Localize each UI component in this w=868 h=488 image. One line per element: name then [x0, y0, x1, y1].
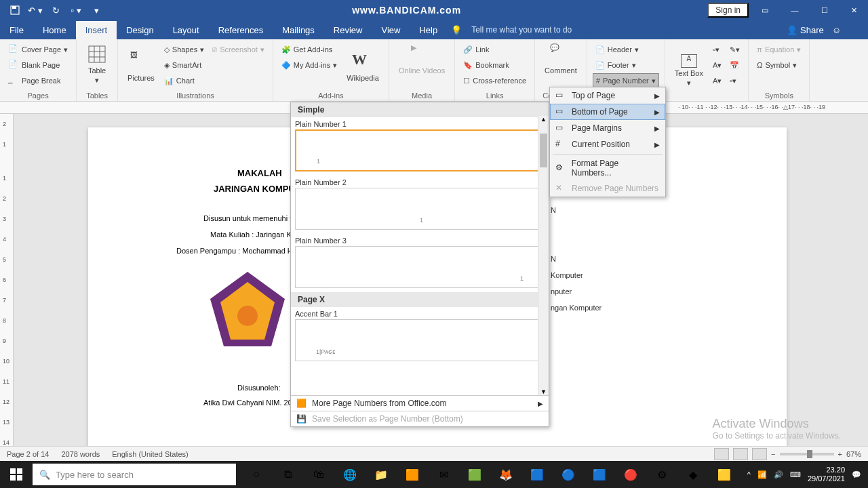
symbol-button[interactable]: ΩSymbol ▾ [754, 58, 804, 73]
tab-insert[interactable]: Insert [76, 21, 117, 39]
powerpoint-icon[interactable]: 🟧 [397, 461, 427, 488]
tray-network-icon[interactable]: 📶 [757, 470, 767, 479]
explorer-icon[interactable]: 📁 [366, 461, 396, 488]
online-videos-button[interactable]: ▶Online Videos [395, 42, 449, 76]
app-icon[interactable]: ◆ [678, 461, 708, 488]
page-number-button[interactable]: #Page Number ▾ [593, 73, 659, 88]
taskbar-search[interactable]: 🔍Type here to search [33, 464, 236, 485]
redo-icon[interactable]: ↻ [46, 1, 65, 19]
tab-design[interactable]: Design [117, 21, 163, 39]
gallery-more-online[interactable]: 🟧More Page Numbers from Office.com▶ [291, 395, 549, 411]
cover-page-button[interactable]: 📄Cover Page ▾ [5, 42, 71, 57]
dropcap-button[interactable]: A▾ [710, 73, 724, 88]
my-addins-button[interactable]: 🔷My Add-ins ▾ [279, 58, 340, 73]
text-box-button[interactable]: AText Box ▾ [671, 42, 707, 100]
gallery-scrollbar[interactable]: ▲▼ [538, 116, 549, 395]
tab-view[interactable]: View [372, 21, 410, 39]
gallery-preview-plain2[interactable]: 1 [295, 188, 545, 230]
signature-button[interactable]: ✎▾ [727, 42, 743, 57]
footer-button[interactable]: 📄Footer ▾ [593, 58, 659, 73]
table-button[interactable]: Table ▾ [82, 42, 112, 86]
taskview-icon[interactable]: ⧉ [273, 461, 302, 488]
quick-parts-button[interactable]: ▫▾ [710, 42, 724, 57]
status-language[interactable]: English (United States) [112, 450, 189, 458]
gallery-preview-plain1[interactable]: 1 [295, 129, 545, 171]
gallery-preview-accent1[interactable]: 1|Pᴀɢᴇ [295, 319, 545, 361]
close-icon[interactable]: ✕ [841, 0, 868, 20]
view-print-button[interactable] [733, 448, 748, 460]
start-button[interactable] [0, 461, 33, 488]
tray-language-icon[interactable]: ⌨ [790, 470, 801, 479]
tab-help[interactable]: Help [410, 21, 447, 39]
wikipedia-button[interactable]: WWikipedia [342, 42, 383, 90]
menu-format-page-numbers[interactable]: ⚙Format Page Numbers... [550, 156, 665, 180]
gallery-preview-plain3[interactable]: 1 [295, 246, 545, 288]
datetime-button[interactable]: 📅 [727, 58, 743, 73]
zoom-slider[interactable] [780, 453, 834, 455]
menu-top-of-page[interactable]: ▭Top of Page▶ [550, 87, 665, 104]
blank-page-button[interactable]: 📄Blank Page [5, 58, 71, 73]
tab-mailings[interactable]: Mailings [273, 21, 324, 39]
cross-reference-button[interactable]: ☐Cross-reference [460, 73, 529, 88]
zoom-in-button[interactable]: + [838, 450, 842, 458]
tray-notifications-icon[interactable]: 💬 [852, 470, 861, 479]
comment-button[interactable]: 💬Comment [540, 42, 581, 76]
menu-bottom-of-page[interactable]: ▭Bottom of Page▶ [550, 104, 665, 120]
equation-button[interactable]: πEquation ▾ [754, 42, 804, 57]
tell-me-input[interactable]: Tell me what you want to do [471, 25, 572, 35]
qat-item-icon[interactable]: ▫ ▾ [66, 1, 85, 19]
menu-current-position[interactable]: #Current Position▶ [550, 136, 665, 152]
ribbon-display-icon[interactable]: ▭ [751, 0, 778, 20]
view-web-button[interactable] [752, 448, 767, 460]
tab-home[interactable]: Home [33, 21, 76, 39]
tab-file[interactable]: File [0, 21, 33, 39]
menu-page-margins[interactable]: ▭Page Margins▶ [550, 120, 665, 136]
zoom-out-button[interactable]: − [771, 450, 775, 458]
firefox-icon[interactable]: 🦊 [491, 461, 521, 488]
link-button[interactable]: 🔗Link [460, 42, 529, 57]
tab-layout[interactable]: Layout [163, 21, 209, 39]
settings-icon[interactable]: ⚙ [647, 461, 677, 488]
share-button[interactable]: 👤 Share [787, 25, 823, 35]
remove-icon: ✕ [555, 183, 566, 194]
pictures-button[interactable]: 🖼Pictures [123, 42, 159, 90]
screenshot-button[interactable]: ⎚Screenshot ▾ [210, 42, 267, 57]
tab-references[interactable]: References [209, 21, 273, 39]
word-icon[interactable]: 🟦 [585, 461, 614, 488]
chrome-icon[interactable]: 🔵 [553, 461, 583, 488]
status-page[interactable]: Page 2 of 14 [7, 450, 49, 458]
tray-volume-icon[interactable]: 🔊 [774, 470, 783, 479]
feedback-icon[interactable]: ☺ [832, 25, 841, 35]
store-icon[interactable]: 🛍 [304, 461, 334, 488]
bandicam-icon[interactable]: 🔴 [616, 461, 646, 488]
edge-icon[interactable]: 🌐 [335, 461, 365, 488]
mail-icon[interactable]: ✉ [429, 461, 458, 488]
header-button[interactable]: 📄Header ▾ [593, 42, 659, 57]
photoshop-icon[interactable]: 🟦 [522, 461, 552, 488]
get-addins-button[interactable]: 🧩Get Add-ins [279, 42, 340, 57]
bookmark-button[interactable]: 🔖Bookmark [460, 58, 529, 73]
page-break-button[interactable]: ⎯Page Break [5, 73, 71, 88]
tray-chevron-icon[interactable]: ^ [747, 470, 751, 479]
maximize-icon[interactable]: ☐ [811, 0, 838, 20]
wordart-button[interactable]: A▾ [710, 58, 724, 73]
view-read-button[interactable] [714, 448, 729, 460]
zoom-level[interactable]: 67% [846, 450, 861, 458]
qat-customize-icon[interactable]: ▾ [87, 1, 106, 19]
status-words[interactable]: 2078 words [61, 450, 100, 458]
cortana-icon[interactable]: ○ [241, 461, 271, 488]
smartart-button[interactable]: ◈SmartArt [161, 58, 207, 73]
vertical-ruler[interactable]: 211234567891011121314 [0, 114, 14, 453]
tab-review[interactable]: Review [324, 21, 372, 39]
minimize-icon[interactable]: — [781, 0, 808, 20]
excel-icon[interactable]: 🟩 [460, 461, 490, 488]
shapes-button[interactable]: ◇Shapes ▾ [161, 42, 207, 57]
notes-icon[interactable]: 🟨 [709, 461, 739, 488]
chevron-right-icon: ▶ [654, 108, 660, 116]
save-icon[interactable] [5, 1, 24, 19]
object-button[interactable]: ▫▾ [727, 73, 743, 88]
undo-icon[interactable]: ↶ ▾ [26, 1, 45, 19]
tray-clock[interactable]: 23.2029/07/2021 [808, 466, 845, 483]
chart-button[interactable]: 📊Chart [161, 73, 207, 88]
sign-in-button[interactable]: Sign in [707, 3, 749, 18]
